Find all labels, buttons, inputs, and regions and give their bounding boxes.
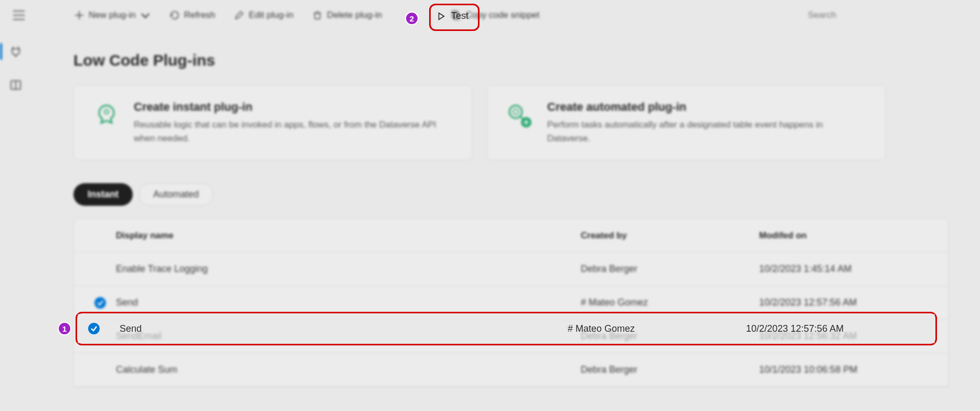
row-created: Debra Berger [581,364,759,375]
instant-card-desc: Reusable logic that can be invoked in ap… [134,118,455,145]
copy-label: Copy code snippet [465,10,539,20]
col-header-display-name[interactable]: Display name [116,230,581,241]
trash-icon [312,10,323,20]
sidebar-item-plugins[interactable] [5,41,26,62]
row-name: Enable Trace Logging [116,264,581,275]
automated-card-title: Create automated plug-in [547,100,868,114]
svg-rect-5 [315,13,320,19]
row-name-selected: Send [120,323,568,334]
plus-icon [74,10,84,20]
hamburger-menu[interactable] [10,7,27,24]
edit-plugin-button[interactable]: Edit plug-in [231,8,296,23]
delete-label: Delete plug-in [327,10,382,20]
refresh-label: Refresh [184,10,216,20]
callout-badge-2: 2 [405,12,419,25]
svg-point-13 [104,110,109,114]
row-modified: 10/2/2023 12:57:56 AM [759,297,938,308]
table-row[interactable]: Enable Trace LoggingDebra Berger10/2/202… [74,252,948,286]
instant-icon [91,100,122,132]
col-header-created-by[interactable]: Created by [581,230,759,241]
plugin-table: Display name Created by Modifed on Enabl… [73,218,949,387]
new-plugin-button[interactable]: New plug-in [71,8,154,23]
row-checkbox[interactable] [94,297,106,309]
row-modified-selected: 10/2/2023 12:57:56 AM [746,323,924,334]
svg-point-14 [509,106,522,118]
tab-automated[interactable]: Automated [139,183,213,206]
search-input[interactable]: Search [802,6,949,25]
pencil-icon [234,10,244,20]
edit-label: Edit plug-in [249,10,293,20]
sidebar-item-book[interactable] [5,75,26,96]
tab-instant[interactable]: Instant [73,183,133,206]
book-icon [9,79,22,91]
refresh-button[interactable]: Refresh [166,8,219,23]
automated-card-desc: Perform tasks automatically after a desi… [547,118,868,145]
row-created: # Mateo Gomez [581,297,759,308]
instant-card-title: Create instant plug-in [134,100,455,114]
plug-icon [9,45,22,58]
delete-plugin-button[interactable]: Delete plug-in [309,8,385,23]
page-title: Low Code Plug-ins [73,51,949,69]
row-name: Send [116,297,581,308]
table-row-selected[interactable]: Send # Mateo Gomez 10/2/2023 12:57:56 AM [78,314,935,343]
row-created: Debra Berger [581,264,759,275]
row-checkbox-checked[interactable] [88,323,100,334]
new-plugin-label: New plug-in [89,10,136,20]
create-instant-card[interactable]: Create instant plug-in Reusable logic th… [73,85,472,160]
play-icon [436,12,446,21]
create-automated-card[interactable]: Create automated plug-in Perform tasks a… [487,85,886,160]
col-header-modified-on[interactable]: Modifed on [759,230,938,241]
test-label: Test [451,10,468,22]
row-name: Calculate Sum [116,364,581,375]
table-row[interactable]: Calculate SumDebra Berger10/1/2023 10:06… [74,353,948,387]
callout-badge-1: 1 [58,322,71,335]
row-modified: 10/2/2023 1:45:14 AM [759,264,938,275]
refresh-icon [169,10,180,20]
automated-icon [504,100,536,132]
chevron-down-icon [140,10,151,20]
row-created-selected: # Mateo Gomez [568,323,746,334]
test-button[interactable]: Test [436,10,468,22]
row-modified: 10/1/2023 10:06:58 PM [759,364,938,375]
svg-marker-20 [439,13,444,19]
svg-point-15 [513,109,518,114]
